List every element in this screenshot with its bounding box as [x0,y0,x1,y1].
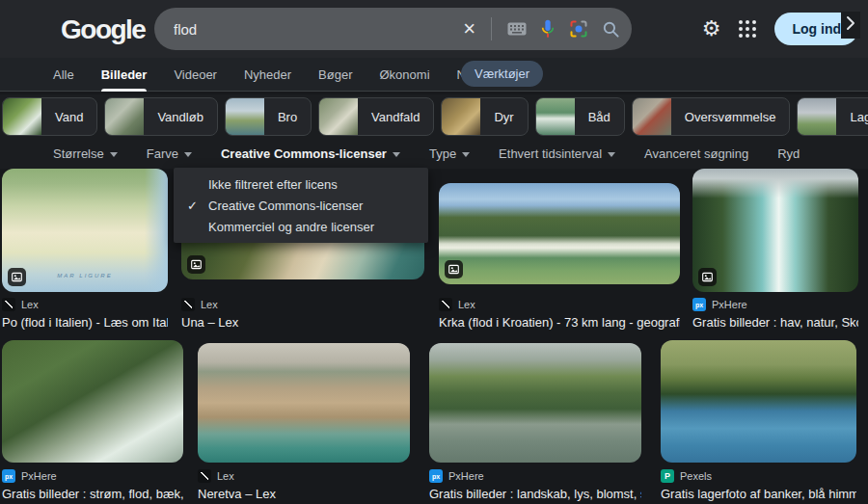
result-title[interactable]: Krka (flod i Kroatien) - 73 km lang - ge… [439,315,680,330]
chip-vandfald[interactable]: Vandfald [318,97,434,136]
filter-label: Ethvert tidsinterval [499,146,602,161]
chip-lagerfoto[interactable]: Lagerfoto [797,97,868,136]
chip-label: Vandløb [144,110,216,124]
chip-thumbnail [226,97,264,136]
result-image-rapids[interactable] [692,169,858,292]
chip-label: Oversvømmelse [671,110,790,124]
chip-thumbnail [3,97,41,136]
result-title[interactable]: Gratis lagerfoto af banker, blå himmel, … [661,487,856,501]
advanced-search-link[interactable]: Avanceret søgning [644,146,748,161]
keyboard-icon[interactable] [507,22,527,36]
source-name: Pexels [680,470,712,482]
result-tabs: Alle Billeder Videoer Nyheder Bøger Økon… [0,58,868,92]
mic-icon[interactable] [540,18,556,40]
gear-icon[interactable]: ⚙ [702,16,721,41]
filter-type[interactable]: Type [429,146,470,161]
google-logo[interactable]: Google [61,14,145,45]
menu-item-unfiltered[interactable]: Ikke filtreret efter licens [174,173,428,195]
menu-item-creative-commons[interactable]: ✓ Creative Commons-licenser [174,195,428,216]
chip-baad[interactable]: Båd [535,97,625,136]
result-image-neretva-bridge[interactable] [198,343,410,463]
dropdown-arrow-icon [184,152,192,157]
image-badge-icon [698,268,717,286]
menu-item-label: Creative Commons-licenser [208,199,363,213]
dropdown-arrow-icon [393,152,400,157]
result-image-krka[interactable] [439,183,680,284]
chip-label: Vand [41,110,96,124]
result-image-river-landscape[interactable] [429,343,641,463]
chevron-right-icon[interactable] [841,12,860,39]
lens-icon[interactable] [569,19,588,39]
chip-label: Bro [264,110,311,124]
menu-item-label: Ikke filtreret efter licens [208,177,338,192]
result-image-forest-stream[interactable] [2,340,183,463]
chip-vand[interactable]: Vand [2,97,97,136]
result-image-po-map[interactable]: MAR LIGURE [2,169,168,292]
result-title[interactable]: Una – Lex [181,315,424,330]
license-dropdown-menu: Ikke filtreret efter licens ✓ Creative C… [174,168,428,243]
search-bar[interactable]: × [154,8,632,50]
source-name: Lex [217,470,234,482]
dropdown-arrow-icon [110,152,118,157]
related-chips-row: Vand Vandløb Bro Vandfald Dyr Båd Oversv… [0,94,868,139]
image-badge-icon [187,255,205,274]
filter-label: Type [429,146,456,161]
chip-thumbnail [633,97,671,136]
tab-nyheder[interactable]: Nyheder [244,58,291,92]
filter-license[interactable]: Creative Commons-licenser [221,146,400,161]
chip-label: Lagerfoto [836,110,868,124]
result-title[interactable]: Gratis billeder : landskab, lys, blomst,… [429,487,641,501]
result-caption: P Pexels Gratis lagerfoto af banker, blå… [661,468,856,501]
chip-label: Vandfald [358,110,433,124]
chip-vandloeb[interactable]: Vandløb [104,97,217,136]
clear-icon[interactable]: × [463,18,475,40]
tab-billeder[interactable]: Billeder [101,58,148,92]
pexels-favicon: P [661,469,674,483]
result-title[interactable]: Po (flod i Italien) - Læs om Italien… [2,315,168,330]
result-title[interactable]: Gratis billeder : strøm, flod, bæk, hurt… [2,487,183,501]
source-name: PxHere [21,470,57,482]
chip-bro[interactable]: Bro [225,97,312,136]
chip-oversvoemmelse[interactable]: Oversvømmelse [632,97,791,136]
result-caption: Lex Una – Lex [181,297,424,330]
map-sea-label: MAR LIGURE [57,273,112,279]
filter-label: Ryd [777,146,800,161]
result-caption: px PxHere Gratis billeder : strøm, flod,… [2,468,183,501]
apps-grid-icon[interactable] [738,19,757,39]
result-image-blue-river[interactable] [661,340,856,463]
dropdown-arrow-icon [462,152,470,157]
pxhere-favicon: px [429,469,443,483]
pxhere-favicon: px [692,298,706,311]
filter-size[interactable]: Størrelse [53,146,118,161]
chip-thumbnail [105,97,144,136]
clear-filters-link[interactable]: Ryd [777,146,800,161]
image-badge-icon [445,260,463,279]
source-name: Lex [458,299,475,310]
filter-label: Creative Commons-licenser [221,146,387,161]
filter-label: Avanceret søgning [644,146,748,161]
result-caption: Lex Po (flod i Italien) - Læs om Italien… [2,297,168,330]
search-input[interactable] [174,21,463,38]
pxhere-favicon: px [2,469,15,483]
tab-videoer[interactable]: Videoer [174,58,217,92]
result-title[interactable]: Gratis billeder : hav, natur, Skov, v… [692,315,858,330]
chip-dyr[interactable]: Dyr [441,97,528,136]
lex-favicon [439,298,452,311]
image-badge-icon [8,268,26,286]
lex-favicon [198,469,211,483]
chip-label: Båd [575,110,624,124]
result-caption: px PxHere Gratis billeder : landskab, ly… [429,468,641,501]
dropdown-arrow-icon [608,152,615,157]
filter-time[interactable]: Ethvert tidsinterval [499,146,615,161]
tab-alle[interactable]: Alle [53,58,74,92]
menu-item-commercial[interactable]: Kommerciel og andre licenser [174,216,428,237]
tools-button[interactable]: Værktøjer [461,61,543,87]
chip-thumbnail [442,97,480,136]
result-caption: px PxHere Gratis billeder : hav, natur, … [692,297,858,330]
search-icon[interactable] [602,20,620,39]
tab-oekonomi[interactable]: Økonomi [380,58,430,92]
result-title[interactable]: Neretva – Lex [198,487,410,501]
filter-color[interactable]: Farve [147,146,192,161]
tab-boeger[interactable]: Bøger [318,58,352,92]
checkmark-icon: ✓ [187,199,208,213]
